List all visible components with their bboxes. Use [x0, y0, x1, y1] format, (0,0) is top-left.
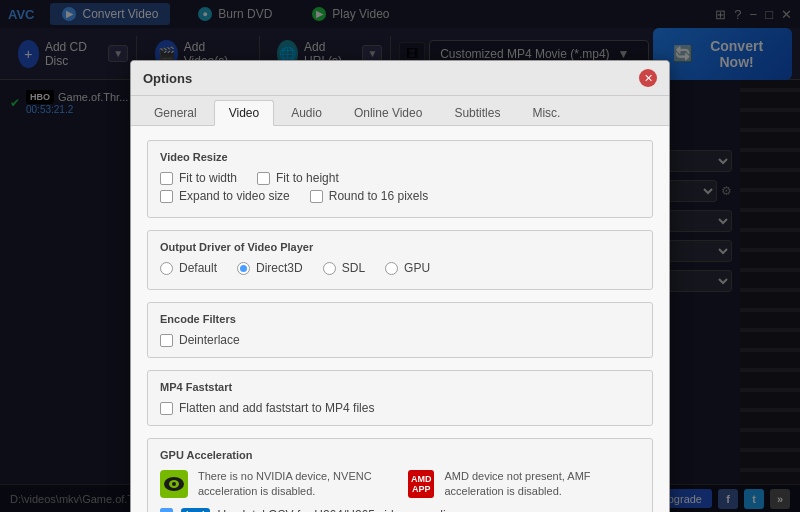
gpu-nvidia-row: There is no NVIDIA device, NVENC acceler… [160, 469, 640, 500]
deinterlace-checkbox[interactable] [160, 334, 173, 347]
expand-label: Expand to video size [179, 189, 290, 203]
default-radio-option: Default [160, 261, 217, 275]
modal-tabs: General Video Audio Online Video Subtitl… [131, 96, 669, 126]
fit-height-label: Fit to height [276, 171, 339, 185]
deinterlace-option: Deinterlace [160, 333, 640, 347]
intel-label: Use Intel QSV for H264/H265 video encodi… [218, 508, 459, 512]
amd-logo: AMDAPP [408, 470, 434, 498]
mp4-faststart-section: MP4 Faststart Flatten and add faststart … [147, 370, 653, 426]
encode-filters-title: Encode Filters [160, 313, 640, 325]
round16-label: Round to 16 pixels [329, 189, 428, 203]
direct3d-radio-option: Direct3D [237, 261, 303, 275]
sdl-label: SDL [342, 261, 365, 275]
flatten-option: Flatten and add faststart to MP4 files [160, 401, 640, 415]
amd-text: AMD device not present, AMF acceleration… [444, 469, 640, 500]
sdl-radio[interactable] [323, 262, 336, 275]
flatten-checkbox[interactable] [160, 402, 173, 415]
round16-option: Round to 16 pixels [310, 189, 428, 203]
resize-row-2: Expand to video size Round to 16 pixels [160, 189, 640, 203]
gpu-acceleration-title: GPU Acceleration [160, 449, 640, 461]
tab-general[interactable]: General [139, 100, 212, 125]
tab-misc[interactable]: Misc. [517, 100, 575, 125]
gpu-radio-option: GPU [385, 261, 430, 275]
fit-width-label: Fit to width [179, 171, 237, 185]
modal-header: Options ✕ [131, 61, 669, 96]
modal-overlay: Options ✕ General Video Audio Online Vid… [0, 0, 800, 512]
direct3d-radio[interactable] [237, 262, 250, 275]
resize-row-1: Fit to width Fit to height [160, 171, 640, 185]
nvidia-text: There is no NVIDIA device, NVENC acceler… [198, 469, 398, 500]
video-resize-title: Video Resize [160, 151, 640, 163]
fit-width-checkbox[interactable] [160, 172, 173, 185]
encode-filters-section: Encode Filters Deinterlace [147, 302, 653, 358]
nvidia-logo [160, 470, 188, 498]
round16-checkbox[interactable] [310, 190, 323, 203]
sdl-radio-option: SDL [323, 261, 365, 275]
default-radio[interactable] [160, 262, 173, 275]
flatten-label: Flatten and add faststart to MP4 files [179, 401, 374, 415]
fit-height-checkbox[interactable] [257, 172, 270, 185]
tab-video[interactable]: Video [214, 100, 274, 126]
default-label: Default [179, 261, 217, 275]
gpu-radio[interactable] [385, 262, 398, 275]
expand-checkbox[interactable] [160, 190, 173, 203]
modal-body: Video Resize Fit to width Fit to height … [131, 126, 669, 512]
output-driver-title: Output Driver of Video Player [160, 241, 640, 253]
fit-height-option: Fit to height [257, 171, 339, 185]
modal-title: Options [143, 71, 192, 86]
expand-option: Expand to video size [160, 189, 290, 203]
tab-subtitles[interactable]: Subtitles [439, 100, 515, 125]
modal-close-button[interactable]: ✕ [639, 69, 657, 87]
options-modal: Options ✕ General Video Audio Online Vid… [130, 60, 670, 512]
mp4-faststart-title: MP4 Faststart [160, 381, 640, 393]
deinterlace-label: Deinterlace [179, 333, 240, 347]
direct3d-label: Direct3D [256, 261, 303, 275]
tab-online-video[interactable]: Online Video [339, 100, 438, 125]
driver-row: Default Direct3D SDL GPU [160, 261, 640, 275]
fit-width-option: Fit to width [160, 171, 237, 185]
intel-badge: intel [181, 508, 210, 512]
intel-row: ✔ intel Use Intel QSV for H264/H265 vide… [160, 508, 640, 512]
gpu-acceleration-section: GPU Acceleration There is no NVIDIA devi… [147, 438, 653, 512]
intel-checkbox[interactable]: ✔ [160, 508, 173, 512]
video-resize-section: Video Resize Fit to width Fit to height … [147, 140, 653, 218]
tab-audio[interactable]: Audio [276, 100, 337, 125]
nvidia-eye-icon [160, 474, 188, 494]
output-driver-section: Output Driver of Video Player Default Di… [147, 230, 653, 290]
svg-point-2 [172, 482, 176, 486]
gpu-label: GPU [404, 261, 430, 275]
